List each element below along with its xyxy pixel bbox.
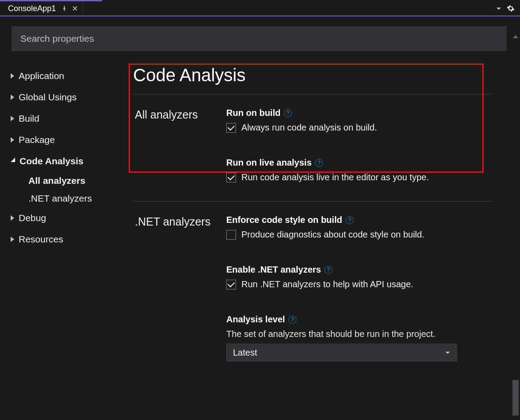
pin-icon[interactable] bbox=[61, 5, 67, 12]
field-title-analysis-level: Analysis level bbox=[226, 314, 285, 325]
help-icon[interactable]: ? bbox=[324, 266, 332, 274]
field-title-run-on-live: Run on live analysis bbox=[226, 158, 311, 168]
section-heading-net-analyzers: .NET analyzers bbox=[133, 215, 226, 377]
select-analysis-level[interactable]: Latest bbox=[226, 344, 457, 361]
checkbox-enforce-style[interactable] bbox=[226, 230, 236, 240]
tab-bar: ConsoleApp1 bbox=[0, 1, 520, 16]
chevron-down-icon bbox=[445, 350, 450, 355]
checkbox-label: Run .NET analyzers to help with API usag… bbox=[241, 279, 414, 289]
dropdown-icon[interactable] bbox=[496, 6, 501, 11]
chevron-right-icon bbox=[11, 73, 14, 79]
gear-icon[interactable] bbox=[507, 4, 515, 12]
chevron-right-icon bbox=[11, 95, 14, 100]
select-value: Latest bbox=[233, 348, 257, 358]
field-title-enforce-style: Enforce code style on build bbox=[226, 215, 342, 225]
close-icon[interactable] bbox=[72, 5, 78, 12]
chevron-right-icon bbox=[11, 215, 14, 221]
sidebar-item-debug[interactable]: Debug bbox=[11, 207, 133, 229]
sidebar-item-global-usings[interactable]: Global Usings bbox=[11, 87, 133, 108]
checkbox-run-on-live[interactable] bbox=[226, 173, 236, 182]
field-title-enable-net: Enable .NET analyzers bbox=[226, 265, 321, 275]
checkbox-label: Produce diagnostics about code style on … bbox=[241, 230, 425, 240]
help-icon[interactable]: ? bbox=[346, 216, 354, 224]
field-description: The set of analyzers that should be run … bbox=[226, 329, 492, 339]
checkbox-run-on-build[interactable] bbox=[226, 123, 236, 133]
page-title: Code Analysis bbox=[133, 65, 492, 85]
chevron-down-icon bbox=[11, 158, 15, 162]
help-icon[interactable]: ? bbox=[315, 159, 323, 167]
sidebar-item-application[interactable]: Application bbox=[11, 65, 133, 87]
chevron-right-icon bbox=[11, 137, 14, 143]
tab-consoleapp1[interactable]: ConsoleApp1 bbox=[0, 1, 83, 16]
help-icon[interactable]: ? bbox=[284, 109, 292, 117]
sidebar-item-build[interactable]: Build bbox=[11, 108, 133, 129]
sidebar-item-package[interactable]: Package bbox=[11, 129, 133, 151]
section-heading-all-analyzers: All analyzers bbox=[133, 108, 226, 198]
sidebar-subitem-net-analyzers[interactable]: .NET analyzers bbox=[11, 190, 133, 207]
help-icon[interactable]: ? bbox=[288, 316, 296, 324]
sidebar-subitem-all-analyzers[interactable]: All analyzers bbox=[11, 172, 133, 190]
checkbox-enable-net[interactable] bbox=[226, 280, 236, 289]
scrollbar[interactable] bbox=[511, 32, 520, 420]
checkbox-label: Always run code analysis on build. bbox=[241, 123, 377, 133]
scroll-up-icon[interactable] bbox=[513, 35, 518, 38]
chevron-right-icon bbox=[11, 116, 14, 121]
chevron-right-icon bbox=[11, 237, 14, 242]
sidebar: Application Global Usings Build Package … bbox=[0, 16, 133, 420]
checkbox-label: Run code analysis live in the editor as … bbox=[241, 172, 429, 182]
tab-title: ConsoleApp1 bbox=[8, 4, 56, 13]
field-title-run-on-build: Run on build bbox=[226, 108, 280, 118]
sidebar-item-resources[interactable]: Resources bbox=[11, 229, 133, 250]
scroll-thumb[interactable] bbox=[512, 380, 519, 416]
sidebar-item-code-analysis[interactable]: Code Analysis bbox=[11, 151, 133, 172]
